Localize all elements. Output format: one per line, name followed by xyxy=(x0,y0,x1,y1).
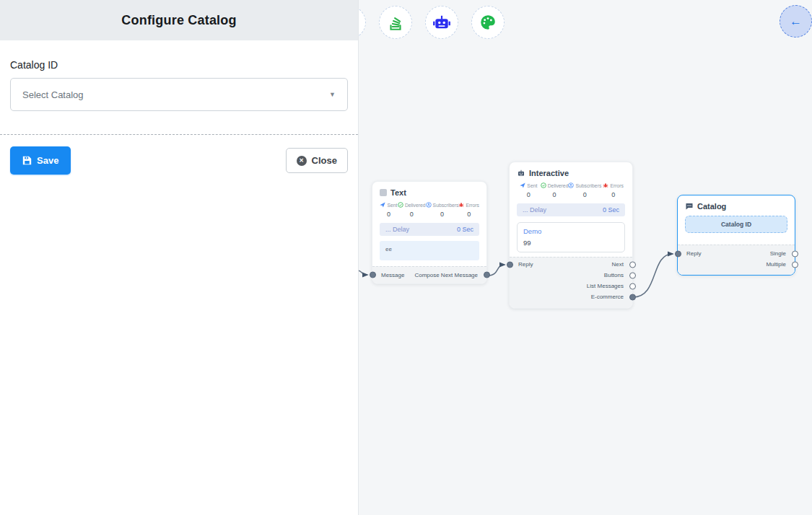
catalog-id-label: Catalog ID xyxy=(10,59,348,71)
interactive-buttons-output-handle[interactable] xyxy=(629,272,636,278)
interactive-listmessages-output-handle[interactable] xyxy=(629,283,636,289)
save-icon xyxy=(22,156,32,165)
interactive-output-buttons-label: Buttons xyxy=(604,272,624,278)
robot-icon xyxy=(432,13,451,32)
edge-text-to-interactive xyxy=(487,265,505,276)
stat-sent: Sent 0 xyxy=(380,202,398,218)
catalog-select[interactable]: Select Catalog ▼ xyxy=(10,78,348,111)
text-delay-row[interactable]: ... Delay 0 Sec xyxy=(380,223,479,236)
text-node-body: Text Sent 0 Delivered 0 Subscribers 0 xyxy=(372,182,486,260)
interactive-node-body: Interactive Sent 0 Delivered 0 Subscribe… xyxy=(510,162,632,252)
interactive-reply-input-handle[interactable] xyxy=(507,261,513,268)
catalog-single-output-handle[interactable] xyxy=(792,250,798,257)
catalog-input-label: Reply xyxy=(686,250,701,257)
panel-body: Catalog ID Select Catalog ▼ xyxy=(0,40,358,111)
errors-icon xyxy=(458,202,464,208)
configure-catalog-panel: Configure Catalog Catalog ID Select Cata… xyxy=(0,0,359,515)
flow-canvas[interactable]: ← Text Sent 0 xyxy=(359,0,812,515)
interactive-delay-row[interactable]: ... Delay 0 Sec xyxy=(517,203,625,216)
catalog-node-body: Catalog xyxy=(678,195,795,211)
page-title: Configure Catalog xyxy=(121,13,236,28)
toolbar-hidden-button[interactable] xyxy=(359,6,366,39)
interactive-content-card[interactable]: Demo 99 xyxy=(517,222,625,252)
stack-icon xyxy=(386,13,405,32)
interactive-output-listmessages-label: List Messages xyxy=(587,283,624,289)
stat-delivered: Delivered 0 xyxy=(541,182,569,198)
text-message-box[interactable]: ee xyxy=(380,241,479,260)
interactive-next-output-handle[interactable] xyxy=(629,261,636,268)
interactive-node-title: Interactive xyxy=(529,169,569,177)
errors-icon xyxy=(603,182,608,188)
close-icon: ✕ xyxy=(297,156,307,166)
interactive-ecommerce-output-handle[interactable] xyxy=(629,294,636,300)
back-button[interactable]: ← xyxy=(780,5,812,38)
close-button-label: Close xyxy=(312,155,337,166)
text-node-stats: Sent 0 Delivered 0 Subscribers 0 Errors … xyxy=(380,202,479,218)
catalog-multiple-output-handle[interactable] xyxy=(792,261,798,268)
stat-subscribers: Subscribers 0 xyxy=(568,182,601,198)
interactive-output-next-label: Next xyxy=(612,261,624,268)
toolbar-robot-button[interactable] xyxy=(425,6,458,39)
save-button[interactable]: Save xyxy=(10,146,71,175)
text-node-title: Text xyxy=(390,188,406,197)
text-message-input-handle[interactable] xyxy=(370,272,376,278)
stat-errors: Errors 0 xyxy=(601,182,625,198)
catalog-node-icon xyxy=(685,202,694,211)
back-arrow-icon: ← xyxy=(790,14,802,29)
catalog-node-footer: Reply Single Multiple xyxy=(678,245,795,275)
panel-actions: Save ✕ Close xyxy=(0,135,358,186)
interactive-node-stats: Sent 0 Delivered 0 Subscribers 0 Errors … xyxy=(517,182,625,198)
toolbar-stack-button[interactable] xyxy=(379,6,412,39)
edge-into-text-message xyxy=(359,270,367,275)
text-input-label: Message xyxy=(381,272,404,278)
text-node-footer: Message Compose Next Message xyxy=(372,266,486,283)
subscribers-icon xyxy=(568,182,574,188)
text-node-icon xyxy=(380,189,387,196)
chevron-down-icon: ▼ xyxy=(329,91,336,98)
catalog-id-chip[interactable]: Catalog ID xyxy=(685,216,787,233)
node-interactive[interactable]: Interactive Sent 0 Delivered 0 Subscribe… xyxy=(509,162,633,309)
catalog-output-multiple-label: Multiple xyxy=(766,261,786,268)
catalog-node-title: Catalog xyxy=(697,202,726,211)
sent-icon xyxy=(380,202,385,208)
app: Configure Catalog Catalog ID Select Cata… xyxy=(0,0,812,515)
stat-errors: Errors 0 xyxy=(458,202,479,218)
delivered-icon xyxy=(398,202,403,208)
interactive-card-value: 99 xyxy=(523,239,619,247)
node-text[interactable]: Text Sent 0 Delivered 0 Subscribers 0 xyxy=(372,181,487,284)
interactive-node-icon xyxy=(517,169,525,177)
edge-interactive-to-catalog xyxy=(633,254,673,297)
panel-header: Configure Catalog xyxy=(0,0,358,40)
interactive-input-label: Reply xyxy=(518,261,533,268)
sent-icon xyxy=(520,182,525,188)
interactive-output-ecommerce-label: E-commerce xyxy=(591,294,624,300)
interactive-card-title: Demo xyxy=(523,227,619,235)
node-catalog[interactable]: Catalog Catalog ID Reply Single Multiple xyxy=(677,195,795,276)
catalog-select-value: Select Catalog xyxy=(22,89,84,100)
stat-subscribers: Subscribers 0 xyxy=(426,202,459,218)
text-compose-output-handle[interactable] xyxy=(484,272,490,278)
palette-icon xyxy=(479,13,497,32)
stat-sent: Sent 0 xyxy=(517,182,541,198)
text-output-label: Compose Next Message xyxy=(414,272,478,278)
catalog-output-single-label: Single xyxy=(770,250,786,257)
delivered-icon xyxy=(541,182,546,188)
stat-delivered: Delivered 0 xyxy=(398,202,426,218)
save-button-label: Save xyxy=(37,155,58,166)
subscribers-icon xyxy=(426,202,432,208)
interactive-node-footer: Reply Next Buttons List Messages E-comme… xyxy=(510,257,632,308)
close-button[interactable]: ✕ Close xyxy=(286,148,348,173)
catalog-reply-input-handle[interactable] xyxy=(675,250,681,257)
toolbar-palette-button[interactable] xyxy=(471,6,505,39)
